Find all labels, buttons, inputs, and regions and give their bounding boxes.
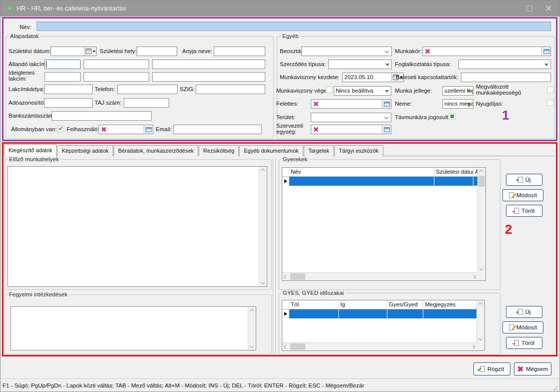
scroll-up-icon[interactable] — [250, 309, 254, 313]
gyes-delete-button[interactable]: − Töröl — [506, 337, 542, 349]
column-header-gyes-gyed[interactable]: Gyes/Gyed — [387, 300, 423, 309]
scroll-down-icon[interactable] — [479, 266, 483, 270]
column-header-megjegyzes[interactable]: Megjegyzés — [423, 300, 476, 309]
splitter[interactable] — [275, 158, 276, 354]
work-nature-combo[interactable]: szellemi fogl — [442, 86, 473, 96]
area-combo[interactable] — [311, 113, 391, 122]
column-header-nev[interactable]: Név — [289, 168, 434, 176]
save-button[interactable]: Rögzít — [473, 362, 510, 375]
lookup-clear-icon[interactable] — [313, 127, 319, 132]
cancel-button[interactable]: Mégsem — [514, 362, 551, 375]
name-input[interactable] — [37, 22, 551, 31]
temporary-address-city-input[interactable] — [84, 72, 149, 82]
scroll-up-icon[interactable] — [261, 169, 265, 173]
scroll-down-icon[interactable] — [261, 280, 265, 284]
tab-kiegeszito-adatok[interactable]: Kiegészítő adatok — [4, 144, 57, 156]
gyes-edit-button[interactable]: Módosít — [502, 321, 543, 333]
temporary-address-zip-input[interactable] — [45, 72, 81, 82]
scrollbar-thumb[interactable] — [290, 273, 305, 280]
resize-grip-icon[interactable] — [552, 385, 558, 391]
supervisor-lookup-button[interactable] — [382, 100, 391, 108]
permanent-address-city-input[interactable] — [84, 60, 149, 69]
tab-beradatok[interactable]: Béradatok, munkaszerződések — [114, 145, 198, 156]
bank-account-input[interactable] — [52, 111, 152, 121]
splitter[interactable] — [273, 158, 273, 354]
lookup-clear-icon[interactable] — [101, 127, 107, 132]
lookup-clear-icon[interactable] — [313, 101, 319, 107]
scroll-right-icon[interactable] — [472, 275, 476, 279]
title-bar[interactable]: HR - HR, bér- és cafeteria-nyilvántartás — [1, 1, 559, 17]
gyes-table-header[interactable]: Tól Ig Gyes/Gyed Megjegyzés — [282, 300, 476, 309]
employment-start-input[interactable]: 2023.05.10. — [342, 73, 404, 82]
phone-input[interactable] — [117, 85, 178, 94]
id-card-input[interactable] — [196, 85, 265, 94]
employment-type-combo[interactable] — [458, 60, 551, 69]
scrollbar-horizontal[interactable] — [282, 342, 476, 350]
gyes-table[interactable]: Tól Ig Gyes/Gyed Megjegyzés — [282, 300, 485, 351]
user-lookup-input[interactable] — [99, 125, 153, 134]
job-role-lookup-input[interactable] — [422, 47, 551, 56]
gyerekek-edit-button[interactable]: Módosít — [502, 189, 543, 201]
scrollbar-thumb[interactable] — [478, 176, 485, 187]
scrollbar-vertical[interactable] — [259, 167, 267, 286]
birth-date-input[interactable] — [51, 47, 97, 56]
scrollbar-vertical[interactable] — [248, 307, 256, 350]
gyerekek-delete-button[interactable]: − Töröl — [506, 205, 542, 217]
gyes-new-button[interactable]: + Új — [506, 306, 542, 318]
email-input[interactable] — [173, 125, 262, 134]
column-header-a[interactable]: A — [473, 168, 477, 176]
in-staff-checkbox[interactable] — [58, 126, 64, 132]
column-header-ig[interactable]: Ig — [339, 300, 387, 309]
employment-end-checkbox[interactable] — [326, 87, 332, 93]
job-role-lookup-button[interactable] — [541, 47, 550, 56]
column-header-szuletesi-datum[interactable]: Születési dátum — [434, 168, 473, 176]
scroll-down-icon[interactable] — [250, 344, 254, 348]
scroll-left-icon[interactable] — [284, 345, 288, 349]
tab-egyeb-dokumentumok[interactable]: Egyéb dokumentumok — [239, 145, 303, 156]
employment-end-combo[interactable]: Nincs beállítva — [334, 86, 391, 96]
scroll-down-icon[interactable] — [478, 336, 482, 340]
scrollbar-vertical[interactable] — [476, 300, 484, 342]
org-unit-lookup-input[interactable] — [311, 125, 391, 134]
gyerekek-table-header[interactable]: Név Születési dátum A — [282, 168, 477, 177]
birth-place-input[interactable] — [137, 47, 177, 56]
tax-id-input[interactable] — [44, 98, 93, 108]
address-card-input[interactable] — [44, 85, 93, 94]
remote-work-checkbox[interactable] — [449, 113, 455, 120]
user-lookup-button[interactable] — [144, 125, 153, 134]
permanent-address-street-input[interactable] — [152, 60, 265, 69]
gyerekek-table[interactable]: Név Születési dátum A — [282, 167, 486, 281]
org-unit-lookup-button[interactable] — [382, 125, 391, 134]
supervisor-lookup-input[interactable] — [311, 99, 391, 109]
contract-type-combo[interactable] — [328, 60, 392, 69]
scrollbar-thumb[interactable] — [290, 343, 305, 350]
gender-combo[interactable]: nincs megad — [442, 99, 473, 109]
scroll-left-icon[interactable] — [284, 275, 288, 279]
fegyelmi-list[interactable] — [11, 306, 256, 350]
gyerekek-new-button[interactable]: + Új — [506, 174, 542, 186]
tab-targyi-eszkozok[interactable]: Tárgyi eszközök — [334, 145, 383, 156]
scrollbar-horizontal[interactable] — [282, 272, 477, 280]
gyerekek-selected-row[interactable] — [282, 177, 477, 186]
lookup-clear-icon[interactable] — [425, 49, 430, 54]
retired-checkbox[interactable] — [547, 100, 553, 106]
column-header-tol[interactable]: Tól — [289, 300, 339, 309]
scroll-right-icon[interactable] — [471, 345, 475, 349]
birth-date-picker-button[interactable] — [84, 47, 96, 56]
reduced-capacity-checkbox[interactable] — [547, 87, 553, 93]
temporary-address-street-input[interactable] — [152, 72, 265, 82]
tab-kepzettsegi-adatok[interactable]: Képzettségi adatok — [57, 145, 113, 156]
permanent-address-zip-input[interactable] — [45, 60, 81, 69]
taj-input[interactable] — [124, 98, 169, 108]
gyes-selected-row[interactable] — [282, 309, 476, 318]
scroll-up-icon[interactable] — [478, 302, 482, 306]
position-combo[interactable] — [301, 47, 392, 56]
close-icon[interactable] — [545, 5, 551, 12]
accident-contacts-input[interactable] — [461, 73, 551, 82]
scroll-up-icon[interactable] — [479, 170, 483, 174]
scrollbar-vertical[interactable] — [477, 168, 485, 272]
tab-targetek[interactable]: Targetek — [304, 145, 334, 156]
tab-rezsikoltseg[interactable]: Rezsiköltség — [199, 145, 239, 156]
maximize-icon[interactable] — [526, 6, 532, 12]
elozo-munkahelyek-list[interactable] — [8, 166, 267, 287]
